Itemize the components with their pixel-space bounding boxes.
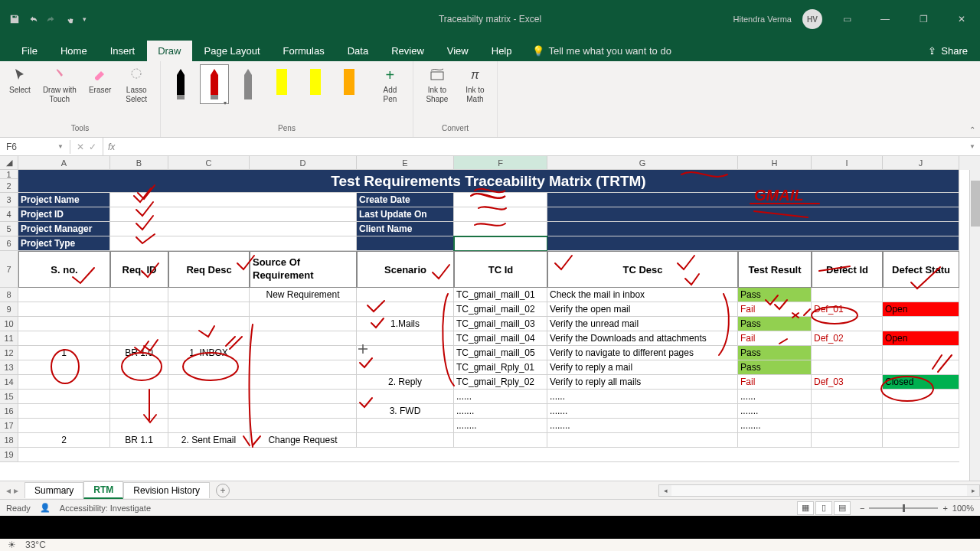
ink-to-shape[interactable]: Ink to Shape (420, 64, 455, 106)
cell-d17[interactable] (250, 419, 357, 433)
cell-j12[interactable] (883, 346, 959, 360)
cell-c15[interactable] (168, 390, 250, 404)
cell-c16[interactable] (168, 404, 250, 419)
cell-h17[interactable]: ........ (738, 419, 812, 433)
fx-icon[interactable]: fx (103, 142, 119, 152)
cell-g10[interactable]: Verify the unread mail (547, 317, 738, 331)
cell-d10[interactable] (250, 317, 357, 331)
cell-b9[interactable] (110, 302, 168, 317)
cell-h15[interactable]: ...... (738, 390, 812, 404)
cell-c12[interactable]: 1. INBOX (168, 346, 250, 360)
cell-e15[interactable] (357, 390, 454, 404)
sheet-tab-rtm[interactable]: RTM (83, 481, 123, 499)
cell-e16[interactable]: 3. FWD (357, 404, 454, 419)
hdr-sno[interactable]: S. no. (18, 251, 110, 288)
cell-b14[interactable] (110, 375, 168, 390)
cancel-formula-icon[interactable]: ✕ (77, 142, 84, 152)
col-j[interactable]: J (883, 156, 959, 170)
cell-a18[interactable]: 2 (18, 433, 110, 448)
row-16[interactable]: 16 (0, 404, 18, 419)
close-icon[interactable]: ✕ (948, 8, 975, 31)
cell-b15[interactable] (110, 390, 168, 404)
cell-a5[interactable]: Project Manager (18, 222, 110, 236)
col-h[interactable]: H (738, 156, 812, 170)
cell-a14[interactable] (18, 375, 110, 390)
hdr-tcdesc[interactable]: TC Desc (547, 251, 738, 288)
tab-page-layout[interactable]: Page Layout (194, 41, 271, 61)
cell-e13[interactable] (357, 360, 454, 375)
cell-a17[interactable] (18, 419, 110, 433)
col-c[interactable]: C (168, 156, 250, 170)
cell-b3[interactable] (110, 193, 357, 207)
cell-e10[interactable]: 1.Mails (357, 317, 454, 331)
row-13[interactable]: 13 (0, 360, 18, 375)
pen-red[interactable]: ▾ (200, 64, 229, 104)
cell-f8[interactable]: TC_gmail_maill_01 (454, 288, 547, 302)
cell-h16[interactable]: ....... (738, 404, 812, 419)
cell-j11[interactable]: Open (883, 331, 959, 346)
cell-e11[interactable] (357, 331, 454, 346)
row-4[interactable]: 4 (0, 207, 18, 222)
add-sheet-button[interactable]: + (216, 484, 230, 497)
name-box[interactable]: F6▼ (0, 140, 70, 154)
cell-b16[interactable] (110, 404, 168, 419)
eraser-tool[interactable]: Eraser (86, 64, 114, 96)
row-3[interactable]: 3 (0, 193, 18, 207)
hdr-tcid[interactable]: TC Id (454, 251, 547, 288)
tab-formulas[interactable]: Formulas (273, 41, 335, 61)
cell-b4[interactable] (110, 207, 357, 222)
horizontal-scrollbar[interactable]: ◂ ▸ (658, 484, 980, 497)
cell-i14[interactable]: Def_03 (812, 375, 883, 390)
cell-c10[interactable] (168, 317, 250, 331)
cell-g5[interactable] (547, 222, 959, 236)
cell-j16[interactable] (883, 404, 959, 419)
cell-g11[interactable]: Verify the Downloads and attachments (547, 331, 738, 346)
minimize-icon[interactable]: — (871, 8, 899, 31)
cell-j8[interactable] (883, 288, 959, 302)
col-i[interactable]: I (812, 156, 883, 170)
cell-f11[interactable]: TC_gmail_maill_04 (454, 331, 547, 346)
cell-b18[interactable]: BR 1.1 (110, 433, 168, 448)
cell-i15[interactable] (812, 390, 883, 404)
cell-a12[interactable]: 1 (18, 346, 110, 360)
tab-file[interactable]: File (11, 41, 48, 61)
cell-a6[interactable]: Project Type (18, 236, 110, 251)
cell-c14[interactable] (168, 375, 250, 390)
cell-b17[interactable] (110, 419, 168, 433)
cell-c17[interactable] (168, 419, 250, 433)
collapse-ribbon-icon[interactable]: ⌃ (969, 126, 975, 134)
cell-j18[interactable] (883, 433, 959, 448)
tab-help[interactable]: Help (481, 41, 523, 61)
tell-me[interactable]: 💡 Tell me what you want to do (524, 41, 679, 61)
zoom-control[interactable]: − + 100% (860, 504, 974, 513)
hdr-source[interactable]: Source Of Requirement (250, 251, 357, 288)
cell-c8[interactable] (168, 288, 250, 302)
cell-a4[interactable]: Project ID (18, 207, 110, 222)
row-8[interactable]: 8 (0, 288, 18, 302)
cell-i17[interactable] (812, 419, 883, 433)
cell-a9[interactable] (18, 302, 110, 317)
cell-f14[interactable]: TC_gmail_Rply_02 (454, 375, 547, 390)
lasso-tool[interactable]: Lasso Select (119, 64, 154, 106)
cell-d9[interactable] (250, 302, 357, 317)
cell-a3[interactable]: Project Name (18, 193, 110, 207)
col-e[interactable]: E (357, 156, 454, 170)
cell-i16[interactable] (812, 404, 883, 419)
cell-f6-selected[interactable] (454, 236, 547, 251)
draw-touch-tool[interactable]: Draw with Touch (38, 64, 81, 106)
cell-b10[interactable] (110, 317, 168, 331)
cell-j13[interactable] (883, 360, 959, 375)
row-1[interactable]: 1 (0, 170, 18, 179)
cell-j9[interactable]: Open (883, 302, 959, 317)
cell-g3[interactable] (547, 193, 959, 207)
cell-j14[interactable]: Closed (883, 375, 959, 390)
sheet-nav-prev-icon[interactable]: ◂ (6, 485, 11, 496)
cell-f4[interactable] (454, 207, 547, 222)
cell-f10[interactable]: TC_gmail_maill_03 (454, 317, 547, 331)
row-15[interactable]: 15 (0, 390, 18, 404)
cell-i18[interactable] (812, 433, 883, 448)
cell-d18[interactable]: Change Request (250, 433, 357, 448)
tab-view[interactable]: View (436, 41, 479, 61)
cell-h18[interactable] (738, 433, 812, 448)
maximize-icon[interactable]: ❐ (910, 8, 937, 31)
